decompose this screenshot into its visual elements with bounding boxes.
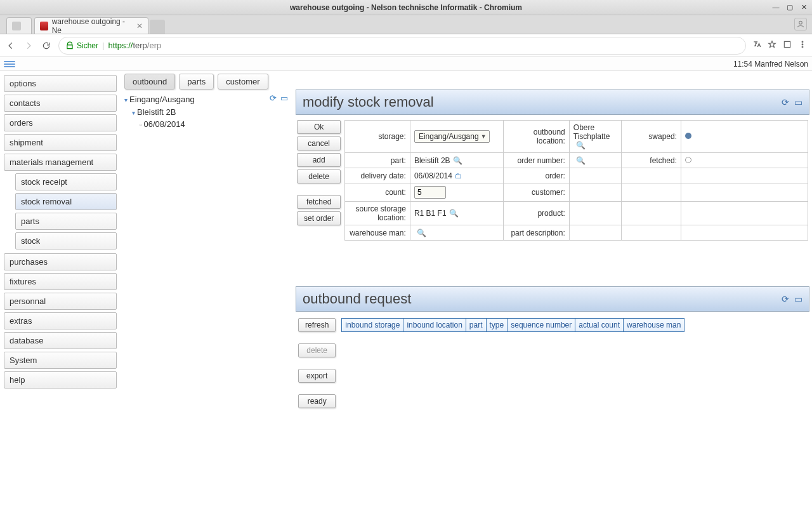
panel-collapse-icon[interactable]: ▭ [794, 294, 802, 304]
label-warehouse-man: warehouse man: [345, 225, 410, 241]
sidebar-item-help[interactable]: help [4, 371, 117, 389]
sidebar-item-system[interactable]: System [4, 352, 117, 369]
sidebar-item-orders[interactable]: orders [4, 114, 117, 131]
search-icon[interactable]: 🔍 [576, 141, 586, 150]
window-close-icon[interactable]: ✕ [798, 1, 809, 13]
page-icon [12, 22, 21, 30]
browser-urlbar: Sicher | https://terp/erp [0, 34, 812, 57]
col-inbound-location[interactable]: inbound location [403, 318, 466, 332]
label-part-description: part description: [503, 225, 569, 241]
tab-outbound[interactable]: outbound [124, 74, 175, 90]
nav-reload-icon[interactable] [41, 40, 52, 51]
url-text: https://terp/erp [108, 41, 161, 50]
tree-node-part[interactable]: ▾Bleistift 2B [132, 106, 288, 119]
sidebar-item-fixtures[interactable]: fixtures [4, 273, 117, 290]
col-warehouse-man[interactable]: warehouse man [623, 318, 684, 332]
browser-tab-blank[interactable] [6, 17, 32, 34]
col-type[interactable]: type [486, 318, 508, 332]
sidebar: options contacts orders shipment materia… [0, 71, 121, 525]
translate-icon[interactable] [752, 40, 761, 51]
tree-refresh-icon[interactable]: ⟳ [270, 93, 277, 103]
fetched-button[interactable]: fetched [297, 195, 341, 209]
svg-point-1 [802, 41, 803, 43]
cancel-button[interactable]: cancel [297, 136, 341, 150]
ok-button[interactable]: Ok [297, 120, 341, 134]
svg-point-3 [802, 46, 803, 48]
sidebar-subitem-stock-removal[interactable]: stock removal [15, 193, 117, 210]
swaped-radio[interactable] [685, 133, 691, 139]
calendar-icon[interactable]: 🗀 [455, 171, 462, 180]
tree-node-root[interactable]: ▾Eingang/Ausgang [124, 93, 288, 106]
tree-collapse-icon[interactable]: ▭ [280, 93, 288, 103]
sidebar-subitem-parts[interactable]: parts [15, 213, 117, 230]
outbound-table-header: inbound storage inbound location part ty… [342, 318, 684, 332]
tree-pane: ⟳ ▭ ▾Eingang/Ausgang ▾Bleistift 2B ▫06/0… [121, 90, 292, 525]
panel-collapse-icon[interactable]: ▭ [794, 97, 802, 107]
extensions-icon[interactable] [783, 40, 792, 51]
browser-tab-active[interactable]: warehouse outgoing - Ne ✕ [34, 17, 148, 34]
menu-icon[interactable] [798, 40, 807, 51]
panel-header-outbound: outbound request ⟳ ▭ [296, 286, 809, 312]
sidebar-item-contacts[interactable]: contacts [4, 95, 117, 112]
sidebar-item-database[interactable]: database [4, 332, 117, 349]
tree-caret-icon[interactable]: ▾ [124, 96, 128, 103]
sidebar-item-options[interactable]: options [4, 75, 117, 92]
sidebar-item-shipment[interactable]: shipment [4, 134, 117, 151]
col-sequence-number[interactable]: sequence number [507, 318, 575, 332]
tab-close-icon[interactable]: ✕ [136, 22, 143, 30]
tab-customer[interactable]: customer [218, 74, 268, 90]
tree-caret-icon[interactable]: ▾ [132, 109, 135, 116]
app-topbar: 11:54 Manfred Nelson [0, 57, 812, 71]
count-input[interactable] [414, 186, 446, 199]
delivery-date-value: 06/08/2014 [414, 171, 452, 180]
label-source-location: source storage location: [345, 202, 410, 225]
nav-back-icon[interactable] [5, 40, 16, 51]
add-button[interactable]: add [297, 153, 341, 167]
content-tabs: outbound parts customer [121, 71, 812, 90]
search-icon[interactable]: 🔍 [449, 209, 459, 218]
sidebar-subitem-stock[interactable]: stock [15, 232, 117, 249]
sidebar-item-personnal[interactable]: personnal [4, 293, 117, 310]
search-icon[interactable]: 🔍 [417, 229, 426, 237]
search-icon[interactable]: 🔍 [576, 156, 586, 165]
set-order-button[interactable]: set order [297, 211, 341, 225]
panel-refresh-icon[interactable]: ⟳ [782, 97, 789, 107]
profile-icon[interactable] [794, 18, 807, 30]
panel-refresh-icon[interactable]: ⟳ [782, 294, 789, 304]
label-customer: customer: [503, 183, 569, 202]
tab-parts[interactable]: parts [179, 74, 214, 90]
user-info: 11:54 Manfred Nelson [733, 60, 808, 69]
col-part[interactable]: part [466, 318, 487, 332]
storage-select[interactable]: Eingang/Ausgang [414, 130, 490, 143]
panel-title: modify stock removal [303, 94, 434, 110]
refresh-button[interactable]: refresh [298, 318, 336, 332]
delete-button-outbound[interactable]: delete [298, 343, 336, 357]
ready-button[interactable]: ready [298, 394, 336, 408]
nav-forward-icon[interactable] [23, 40, 34, 51]
sidebar-subitem-stock-receipt[interactable]: stock receipt [15, 173, 117, 190]
panel-title: outbound request [303, 291, 411, 307]
col-inbound-storage[interactable]: inbound storage [341, 318, 403, 332]
page-icon [40, 22, 48, 30]
window-title: warehouse outgoing - Nelson technische I… [290, 3, 522, 12]
tree-node-date[interactable]: ▫06/08/2014 [140, 118, 288, 131]
browser-tab-label: warehouse outgoing - Ne [52, 17, 129, 35]
export-button[interactable]: export [298, 369, 336, 383]
label-count: count: [345, 183, 410, 202]
window-maximize-icon[interactable]: ▢ [784, 1, 796, 13]
fetched-radio[interactable] [685, 157, 691, 163]
sidebar-item-extras[interactable]: extras [4, 312, 117, 329]
col-actual-count[interactable]: actual count [575, 318, 624, 332]
label-product: product: [503, 202, 569, 225]
search-icon[interactable]: 🔍 [453, 156, 462, 165]
sidebar-item-materials[interactable]: materials management [4, 154, 117, 171]
window-minimize-icon[interactable]: — [770, 1, 782, 13]
url-field[interactable]: Sicher | https://terp/erp [58, 37, 746, 55]
sidebar-item-purchases[interactable]: purchases [4, 253, 117, 270]
new-tab-button[interactable] [150, 20, 165, 34]
app-menu-icon[interactable] [4, 61, 15, 67]
label-outbound-location: outbound location: [503, 121, 569, 153]
bookmark-icon[interactable] [768, 40, 776, 51]
delete-button[interactable]: delete [297, 169, 341, 183]
browser-tabstrip: warehouse outgoing - Ne ✕ [0, 15, 812, 34]
